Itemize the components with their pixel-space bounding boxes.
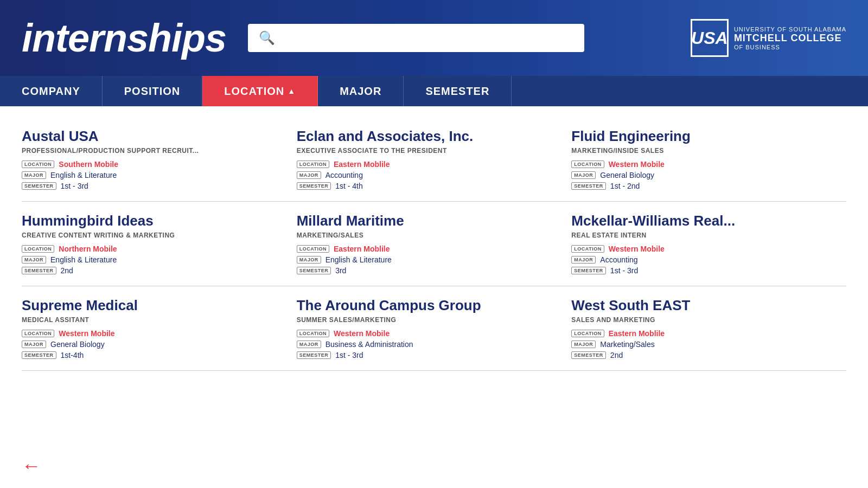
card-company[interactable]: Austal USA [22,128,286,145]
major-label: MAJOR [22,171,46,179]
location-value: Western Mobile [609,245,665,253]
location-label: LOCATION [297,330,329,337]
search-container: 🔍 [248,24,584,52]
location-value: Northern Mobile [59,245,117,253]
header: internships 🔍 USA UNIVERSITY OF SOUTH AL… [0,0,868,76]
major-row: MAJOR Accounting [297,171,561,179]
major-label: MAJOR [571,341,596,348]
card-tags: LOCATION Eastern Moblile MAJOR Accountin… [297,160,561,190]
card-company[interactable]: Supreme Medical [22,297,286,314]
semester-row: SEMESTER 2nd [22,266,286,275]
card-company[interactable]: The Around Campus Group [297,297,561,314]
semester-value: 2nd [610,351,623,359]
location-label: LOCATION [297,160,329,168]
search-box: 🔍 [248,24,584,52]
major-label: MAJOR [571,171,596,179]
major-row: MAJOR General Biology [571,171,846,179]
location-row: LOCATION Eastern Moblile [297,160,561,169]
filter-tab-company[interactable]: COMPANY [0,76,103,106]
major-value: Accounting [600,255,637,264]
card-item: Supreme Medical MEDICAL ASSITANT LOCATIO… [22,286,297,371]
location-label: LOCATION [297,245,329,253]
page-title: internships [22,16,226,60]
card-company[interactable]: Millard Maritime [297,213,561,229]
location-row: LOCATION Western Mobile [297,329,561,338]
semester-value: 1st - 3rd [61,182,88,190]
card-tags: LOCATION Eastern Moblile MAJOR Marketing… [571,329,846,359]
semester-value: 1st - 2nd [610,182,640,190]
college-name: MITCHELL COLLEGE [734,33,846,44]
major-label: MAJOR [22,256,46,264]
card-position: PROFESSIONAL/PRODUCTION SUPPORT RECRUIT.… [22,147,286,155]
semester-label: SEMESTER [22,182,56,190]
location-row: LOCATION Western Mobile [22,329,286,338]
college-of: OF BUSINESS [734,44,846,50]
major-row: MAJOR English & Literature [22,255,286,264]
location-value: Western Mobile [334,329,390,338]
major-label: MAJOR [297,256,321,264]
card-company[interactable]: Fluid Engineering [571,128,846,145]
search-input[interactable] [280,31,573,45]
card-item: Hummingbird Ideas CREATIVE CONTENT WRITI… [22,202,297,286]
filter-tab-position[interactable]: POSITION [103,76,203,106]
card-position: EXECUTIVE ASSOCIATE TO THE PRESIDENT [297,147,561,155]
location-value: Western Mobile [609,160,665,169]
card-company[interactable]: West South EAST [571,297,846,314]
back-button[interactable]: ← [22,454,41,477]
major-value: General Biology [50,340,105,349]
filter-tab-semester[interactable]: SEMESTER [404,76,512,106]
semester-value: 3rd [335,266,346,275]
major-value: English & Literature [326,255,392,264]
major-value: English & Literature [50,171,117,179]
location-row: LOCATION Eastern Moblile [571,329,846,338]
location-row: LOCATION Northern Mobile [22,245,286,253]
card-company[interactable]: Mckellar-Williams Real... [571,213,846,229]
card-tags: LOCATION Eastern Moblile MAJOR English &… [297,245,561,275]
semester-value: 1st - 3rd [335,351,363,359]
semester-row: SEMESTER 1st - 3rd [22,182,286,190]
card-item: West South EAST SALES AND MARKETING LOCA… [571,286,846,371]
card-tags: LOCATION Western Mobile MAJOR Accounting… [571,245,846,275]
semester-row: SEMESTER 2nd [571,351,846,359]
card-position: SALES AND MARKETING [571,316,846,324]
location-label: LOCATION [22,330,54,337]
usa-logo: USA [691,19,729,57]
location-value: Eastern Moblile [609,329,665,338]
logo-area: USA UNIVERSITY OF SOUTH ALABAMA MITCHELL… [691,19,846,57]
location-row: LOCATION Western Mobile [571,160,846,169]
semester-value: 1st-4th [61,351,84,359]
major-label: MAJOR [297,341,321,348]
major-row: MAJOR Business & Administration [297,340,561,349]
semester-row: SEMESTER 1st - 2nd [571,182,846,190]
location-value: Eastern Moblile [334,160,390,169]
card-tags: LOCATION Western Mobile MAJOR General Bi… [571,160,846,190]
semester-row: SEMESTER 3rd [297,266,561,275]
major-value: General Biology [600,171,654,179]
filter-tab-major[interactable]: MAJOR [318,76,404,106]
semester-label: SEMESTER [571,182,606,190]
semester-label: SEMESTER [22,267,56,274]
location-row: LOCATION Southern Mobile [22,160,286,169]
card-company[interactable]: Eclan and Associates, Inc. [297,128,561,145]
card-position: REAL ESTATE INTERN [571,232,846,239]
card-item: The Around Campus Group SUMMER SALES/MAR… [297,286,572,371]
filter-bar: COMPANY POSITION LOCATION ▲ MAJOR SEMEST… [0,76,868,106]
semester-row: SEMESTER 1st - 3rd [571,266,846,275]
card-tags: LOCATION Western Mobile MAJOR Business &… [297,329,561,359]
semester-row: SEMESTER 1st-4th [22,351,286,359]
major-label: MAJOR [297,171,321,179]
location-label: LOCATION [571,160,604,168]
search-icon: 🔍 [259,30,275,46]
major-row: MAJOR English & Literature [297,255,561,264]
major-value: English & Literature [50,255,117,264]
semester-label: SEMESTER [571,267,606,274]
major-row: MAJOR Accounting [571,255,846,264]
semester-value: 1st - 3rd [610,266,638,275]
card-company[interactable]: Hummingbird Ideas [22,213,286,229]
location-row: LOCATION Western Mobile [571,245,846,253]
main-content: Austal USA PROFESSIONAL/PRODUCTION SUPPO… [0,106,868,488]
major-row: MAJOR Marketing/Sales [571,340,846,349]
filter-tab-location[interactable]: LOCATION ▲ [202,76,318,106]
university-name: UNIVERSITY OF SOUTH ALABAMA [734,26,846,33]
semester-label: SEMESTER [297,267,331,274]
